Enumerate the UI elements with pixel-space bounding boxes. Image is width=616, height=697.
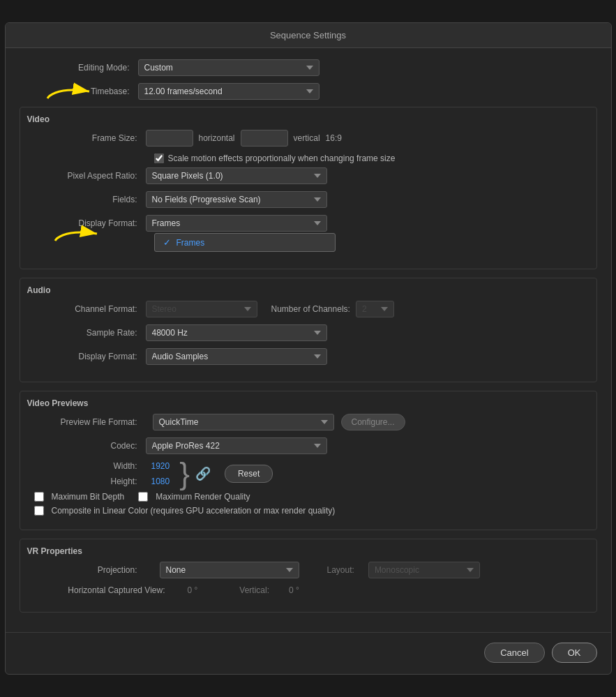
configure-button[interactable]: Configure...	[341, 414, 405, 430]
preview-file-format-label: Preview File Format:	[27, 417, 146, 427]
height-row: Height: 1080	[27, 477, 170, 486]
display-format-dropdown[interactable]: ✓ Frames	[154, 233, 336, 252]
channel-format-row: Channel Format: Stereo Number of Channel…	[27, 301, 589, 317]
dropdown-frames-item[interactable]: Frames	[176, 238, 205, 248]
vertical-label: Vertical:	[239, 585, 269, 595]
frame-size-row: Frame Size: 1920 horizontal 1080 vertica…	[27, 130, 589, 147]
fields-label: Fields:	[27, 195, 146, 204]
width-value: 1920	[151, 461, 170, 471]
sample-rate-select[interactable]: 48000 Hz	[146, 324, 327, 341]
width-label: Width:	[27, 461, 146, 471]
reset-button[interactable]: Reset	[225, 465, 273, 483]
layout-label: Layout:	[327, 565, 354, 575]
audio-display-format-select[interactable]: Audio Samples	[146, 348, 327, 365]
video-section-title: Video	[27, 114, 589, 124]
checkmark-icon: ✓	[163, 237, 171, 248]
ok-button[interactable]: OK	[552, 643, 597, 663]
yellow-arrow-timebase	[40, 79, 103, 104]
vr-section: VR Properties Projection: None Layout: M…	[20, 539, 597, 613]
vr-captured-row: Horizontal Captured View: 0 ° Vertical: …	[27, 585, 589, 595]
cancel-button[interactable]: Cancel	[484, 643, 544, 663]
bracket-icon: }	[179, 461, 190, 486]
scale-checkbox-row: Scale motion effects proportionally when…	[154, 153, 589, 163]
editing-mode-label: Editing Mode:	[20, 63, 138, 73]
frame-size-inputs: 1920 horizontal 1080 vertical 16:9	[146, 130, 342, 147]
wh-fields: Width: 1920 Height: 1080	[27, 461, 170, 486]
video-previews-title: Video Previews	[27, 398, 589, 408]
preview-file-format-row: Preview File Format: QuickTime Configure…	[27, 414, 589, 430]
vr-projection-row: Projection: None Layout: Monoscopic	[27, 562, 589, 578]
video-display-format-select[interactable]: Frames	[146, 215, 327, 232]
editing-mode-row: Editing Mode: Custom	[20, 59, 597, 76]
fields-row: Fields: No Fields (Progressive Scan)	[27, 191, 589, 208]
max-bit-depth-label: Maximum Bit Depth	[34, 492, 125, 502]
link-icon[interactable]: 🔗	[195, 466, 211, 481]
aspect-ratio-label: 16:9	[326, 133, 342, 143]
frame-height-input[interactable]: 1080	[241, 130, 288, 147]
scale-checkbox[interactable]	[154, 153, 164, 163]
num-channels-group: Number of Channels: 2	[271, 301, 394, 317]
yellow-arrow-display	[48, 221, 111, 246]
horizontal-label: horizontal	[199, 133, 235, 143]
codec-label: Codec:	[27, 441, 146, 451]
sample-rate-row: Sample Rate: 48000 Hz	[27, 324, 589, 341]
max-render-quality-label: Maximum Render Quality	[138, 492, 250, 502]
video-previews-section: Video Previews Preview File Format: Quic…	[20, 391, 597, 530]
vertical-value: 0 °	[289, 585, 299, 595]
projection-label: Projection:	[27, 565, 146, 575]
layout-select: Monoscopic	[368, 562, 480, 578]
sequence-settings-dialog: Sequence Settings Editing Mode: Custom T…	[5, 22, 612, 675]
composite-checkbox[interactable]	[34, 506, 44, 516]
num-channels-select: 2	[356, 301, 394, 317]
vertical-label: vertical	[294, 133, 320, 143]
num-channels-label: Number of Channels:	[271, 304, 350, 314]
vr-section-title: VR Properties	[27, 546, 589, 556]
fields-select[interactable]: No Fields (Progressive Scan)	[146, 191, 327, 208]
pixel-aspect-ratio-select[interactable]: Square Pixels (1.0)	[146, 167, 327, 184]
h-captured-label: Horizontal Captured View:	[27, 585, 174, 595]
composite-label: Composite in Linear Color (requires GPU …	[52, 506, 336, 516]
composite-row: Composite in Linear Color (requires GPU …	[34, 506, 589, 516]
sample-rate-label: Sample Rate:	[27, 328, 146, 338]
pixel-aspect-ratio-row: Pixel Aspect Ratio: Square Pixels (1.0)	[27, 167, 589, 184]
audio-display-format-label: Display Format:	[27, 352, 146, 361]
codec-row: Codec: Apple ProRes 422	[27, 437, 589, 454]
audio-section-title: Audio	[27, 285, 589, 295]
max-bit-depth-checkbox[interactable]	[34, 492, 44, 502]
timebase-row: Timebase: 12.00 frames/second	[20, 83, 597, 100]
frame-size-label: Frame Size:	[27, 133, 146, 143]
channel-format-label: Channel Format:	[27, 304, 146, 314]
dialog-title: Sequence Settings	[6, 23, 611, 48]
pixel-aspect-ratio-label: Pixel Aspect Ratio:	[27, 171, 146, 181]
audio-section: Audio Channel Format: Stereo Number of C…	[20, 278, 597, 382]
preview-file-format-select[interactable]: QuickTime	[153, 414, 334, 430]
bottom-checkboxes: Maximum Bit Depth Maximum Render Quality	[34, 492, 589, 502]
projection-select[interactable]: None	[160, 562, 299, 578]
channel-format-select: Stereo	[146, 301, 257, 317]
height-value: 1080	[151, 477, 170, 486]
width-height-group: Width: 1920 Height: 1080 } 🔗 Reset	[27, 461, 589, 486]
frame-width-input[interactable]: 1920	[146, 130, 193, 147]
video-section: Video Frame Size: 1920 horizontal 1080 v…	[20, 107, 597, 269]
h-captured-value: 0 °	[188, 585, 198, 595]
height-label: Height:	[27, 477, 146, 486]
codec-select[interactable]: Apple ProRes 422	[146, 437, 327, 454]
video-display-format-row: Display Format: Frames ✓ Frames	[27, 215, 589, 252]
timebase-select[interactable]: 12.00 frames/second	[138, 83, 320, 100]
dialog-footer: Cancel OK	[6, 632, 611, 674]
audio-display-format-row: Display Format: Audio Samples	[27, 348, 589, 365]
scale-checkbox-label: Scale motion effects proportionally when…	[168, 153, 396, 163]
width-row: Width: 1920	[27, 461, 170, 471]
editing-mode-select[interactable]: Custom	[138, 59, 320, 76]
max-render-quality-checkbox[interactable]	[138, 492, 148, 502]
bracket-link-group: }	[179, 461, 193, 486]
